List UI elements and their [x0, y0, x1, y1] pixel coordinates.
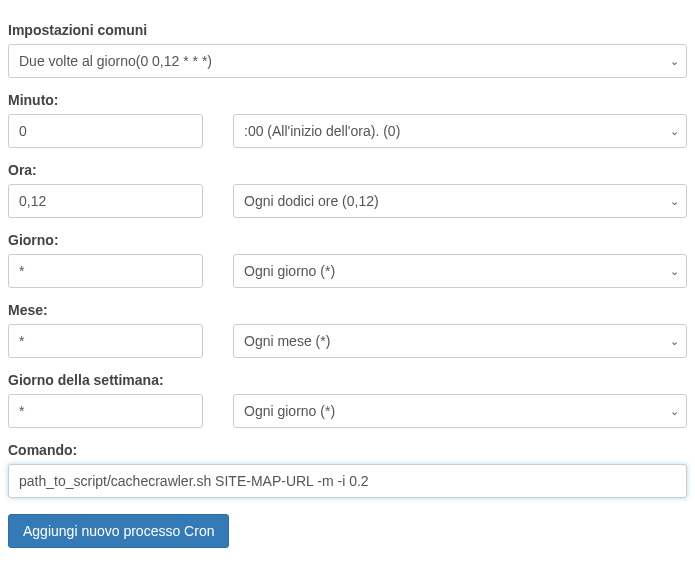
- common-settings-label: Impostazioni comuni: [8, 22, 687, 38]
- day-label: Giorno:: [8, 232, 687, 248]
- command-label: Comando:: [8, 442, 687, 458]
- minute-label: Minuto:: [8, 92, 687, 108]
- weekday-select-wrap: Ogni giorno (*) ⌄: [233, 394, 687, 428]
- month-select[interactable]: Ogni mese (*): [233, 324, 687, 358]
- minute-select-wrap: :00 (All'inizio dell'ora). (0) ⌄: [233, 114, 687, 148]
- hour-label: Ora:: [8, 162, 687, 178]
- common-settings-select-wrap: Due volte al giorno(0 0,12 * * *) ⌄: [8, 44, 687, 78]
- command-input[interactable]: [8, 464, 687, 498]
- common-settings-select[interactable]: Due volte al giorno(0 0,12 * * *): [8, 44, 687, 78]
- hour-select[interactable]: Ogni dodici ore (0,12): [233, 184, 687, 218]
- day-input[interactable]: [8, 254, 203, 288]
- day-select-wrap: Ogni giorno (*) ⌄: [233, 254, 687, 288]
- minute-input[interactable]: [8, 114, 203, 148]
- month-input[interactable]: [8, 324, 203, 358]
- month-select-wrap: Ogni mese (*) ⌄: [233, 324, 687, 358]
- weekday-select[interactable]: Ogni giorno (*): [233, 394, 687, 428]
- month-label: Mese:: [8, 302, 687, 318]
- add-cron-button[interactable]: Aggiungi nuovo processo Cron: [8, 514, 229, 548]
- minute-select[interactable]: :00 (All'inizio dell'ora). (0): [233, 114, 687, 148]
- day-select[interactable]: Ogni giorno (*): [233, 254, 687, 288]
- hour-select-wrap: Ogni dodici ore (0,12) ⌄: [233, 184, 687, 218]
- weekday-input[interactable]: [8, 394, 203, 428]
- hour-input[interactable]: [8, 184, 203, 218]
- weekday-label: Giorno della settimana:: [8, 372, 687, 388]
